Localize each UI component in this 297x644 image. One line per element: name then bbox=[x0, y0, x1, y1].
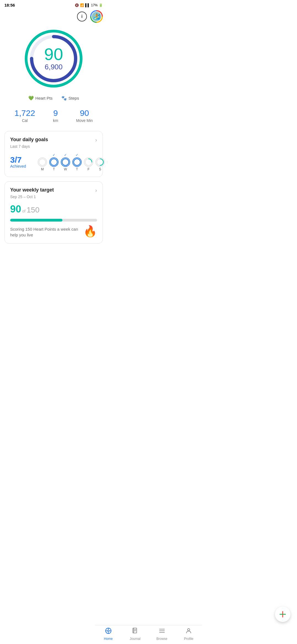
day-circle-tue bbox=[49, 157, 59, 167]
day-label-mon: M bbox=[41, 167, 44, 171]
day-circle-wed bbox=[61, 157, 70, 167]
weekly-target-chevron: › bbox=[95, 187, 97, 193]
avatar: 🏄 bbox=[91, 11, 102, 22]
weekly-bottom: Scoring 150 Heart Points a week can help… bbox=[10, 225, 97, 238]
day-item-sat: S bbox=[95, 153, 105, 171]
weekly-target-subtitle: Sep 25 – Oct 1 bbox=[10, 195, 97, 199]
goals-fraction: 3/7 bbox=[10, 156, 32, 164]
goals-achieved-label: Achieved bbox=[10, 164, 32, 168]
km-value: 9 bbox=[53, 109, 58, 117]
mute-icon: 🔇 bbox=[75, 3, 79, 7]
header: i 🏄 bbox=[0, 9, 107, 26]
km-label: km bbox=[53, 118, 58, 123]
weekly-of: of bbox=[22, 209, 26, 213]
weekly-target-title: Your weekly target bbox=[10, 187, 54, 193]
move-min-stat[interactable]: 90 Move Min bbox=[76, 109, 93, 123]
day-ring-mon bbox=[38, 158, 46, 166]
weekly-current: 90 bbox=[10, 203, 21, 215]
day-item-tue: ✓ T bbox=[49, 153, 59, 171]
ring-center: 90 6,900 bbox=[44, 46, 63, 71]
bottom-spacer bbox=[0, 248, 107, 270]
day-item-thu: ✓ T bbox=[72, 153, 82, 171]
wifi-icon: 📶 bbox=[80, 3, 84, 7]
steps-icon: 🐾 bbox=[61, 95, 67, 101]
goals-content: 3/7 Achieved M ✓ bbox=[10, 153, 97, 171]
daily-goals-header-text: Your daily goals bbox=[10, 137, 48, 143]
avatar-button[interactable]: 🏄 bbox=[90, 10, 103, 23]
weekly-progress-bar-fill bbox=[10, 219, 62, 222]
day-check-sat bbox=[100, 153, 100, 157]
day-circle-mon bbox=[38, 157, 47, 167]
heart-pts-legend[interactable]: 💚 Heart Pts bbox=[28, 95, 53, 101]
goals-achieved: 3/7 Achieved bbox=[10, 156, 32, 168]
day-check-tue: ✓ bbox=[53, 153, 55, 157]
heart-pts-icon: 💚 bbox=[28, 95, 34, 101]
svg-point-5 bbox=[51, 159, 57, 165]
day-label-wed: W bbox=[64, 167, 67, 171]
day-ring-fri bbox=[85, 158, 92, 166]
daily-goals-title: Your daily goals bbox=[10, 137, 48, 143]
weekly-target-header-text: Your weekly target bbox=[10, 187, 54, 193]
steps-legend[interactable]: 🐾 Steps bbox=[61, 95, 79, 101]
day-check-mon bbox=[42, 153, 43, 157]
day-item-wed: ✓ W bbox=[61, 153, 70, 171]
weekly-description: Scoring 150 Heart Points a week can help… bbox=[10, 226, 83, 238]
signal-icon: ▌▌ bbox=[85, 3, 90, 7]
svg-point-7 bbox=[74, 159, 80, 165]
cal-stat[interactable]: 1,722 Cal bbox=[15, 109, 35, 123]
steps-label: Steps bbox=[68, 96, 79, 100]
day-label-sat: S bbox=[99, 167, 101, 171]
status-icons: 🔇 📶 ▌▌ 17% 🔋 bbox=[75, 3, 103, 7]
svg-point-4 bbox=[39, 159, 46, 165]
day-check-fri bbox=[88, 153, 89, 157]
weekly-target-header: Your weekly target › bbox=[10, 187, 97, 193]
svg-point-6 bbox=[62, 159, 69, 165]
weekly-target-card[interactable]: Your weekly target › Sep 25 – Oct 1 90 o… bbox=[4, 181, 103, 244]
day-label-tue: T bbox=[53, 167, 55, 171]
info-icon: i bbox=[81, 14, 82, 19]
day-circle-sat bbox=[95, 157, 105, 167]
ring-container: 90 6,900 bbox=[23, 28, 84, 89]
daily-goals-card[interactable]: Your daily goals › Last 7 days 3/7 Achie… bbox=[4, 131, 103, 177]
move-label: Move Min bbox=[76, 118, 93, 123]
days-row: M ✓ T ✓ W bbox=[38, 153, 107, 171]
info-button[interactable]: i bbox=[77, 12, 87, 21]
daily-goals-chevron: › bbox=[95, 137, 97, 143]
day-ring-thu bbox=[73, 158, 81, 166]
day-circle-sun bbox=[107, 157, 107, 167]
day-label-fri: F bbox=[87, 167, 89, 171]
steps-value: 6,900 bbox=[44, 63, 63, 71]
day-ring-sat bbox=[96, 158, 104, 166]
ring-legend: 💚 Heart Pts 🐾 Steps bbox=[0, 94, 107, 106]
weekly-total: 150 bbox=[27, 206, 40, 214]
weekly-progress-bar-container bbox=[10, 219, 97, 222]
day-item-mon: M bbox=[38, 153, 47, 171]
day-item-sun: S bbox=[107, 153, 107, 171]
cal-label: Cal bbox=[15, 118, 35, 123]
day-item-fri: F bbox=[84, 153, 93, 171]
day-check-thu: ✓ bbox=[76, 153, 78, 157]
day-check-wed: ✓ bbox=[64, 153, 67, 157]
heart-pts-label: Heart Pts bbox=[35, 96, 53, 100]
battery-text: 17% bbox=[91, 3, 98, 7]
status-bar: 18:56 🔇 📶 ▌▌ 17% 🔋 bbox=[0, 0, 107, 9]
flame-icon: 🔥 bbox=[83, 225, 97, 238]
stats-row: 1,722 Cal 9 km 90 Move Min bbox=[0, 106, 107, 131]
move-value: 90 bbox=[76, 109, 93, 117]
km-stat[interactable]: 9 km bbox=[53, 109, 58, 123]
day-label-thu: T bbox=[76, 167, 78, 171]
heart-pts-value: 90 bbox=[44, 46, 63, 63]
activity-ring[interactable]: 90 6,900 bbox=[0, 26, 107, 94]
weekly-progress-fraction: 90 of 150 bbox=[10, 203, 97, 215]
battery-icon: 🔋 bbox=[99, 3, 103, 7]
daily-goals-header: Your daily goals › bbox=[10, 137, 97, 143]
day-circle-fri bbox=[84, 157, 93, 167]
status-time: 18:56 bbox=[4, 3, 15, 7]
daily-goals-subtitle: Last 7 days bbox=[10, 144, 97, 149]
day-circle-thu bbox=[72, 157, 82, 167]
day-ring-tue bbox=[50, 158, 58, 166]
cal-value: 1,722 bbox=[15, 109, 35, 117]
day-ring-wed bbox=[62, 158, 69, 166]
